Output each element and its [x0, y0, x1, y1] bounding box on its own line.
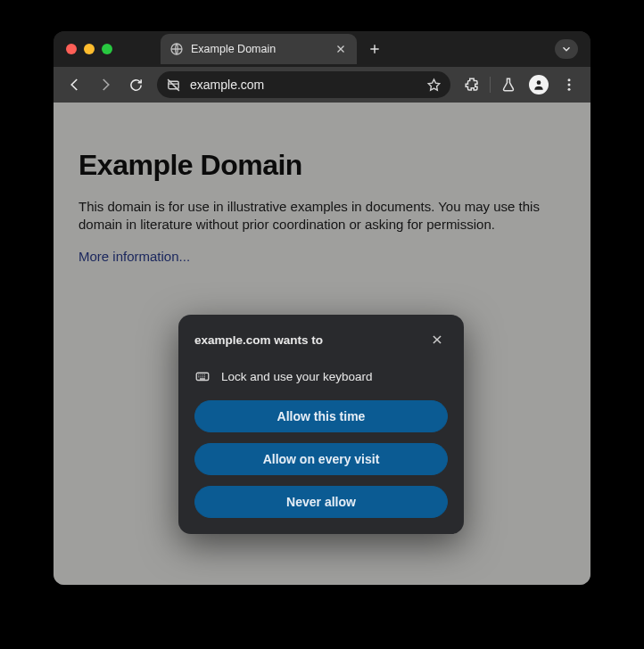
tab-title: Example Domain	[191, 43, 326, 55]
tab-overflow-button[interactable]	[555, 39, 578, 59]
url-text: example.com	[190, 78, 417, 92]
new-tab-button[interactable]	[362, 37, 387, 62]
keyboard-icon	[194, 368, 211, 384]
tab-strip: Example Domain	[161, 34, 555, 64]
page-viewport: Example Domain This domain is for use in…	[54, 103, 590, 585]
permission-label: Lock and use your keyboard	[221, 370, 373, 383]
labs-button[interactable]	[494, 70, 523, 99]
permission-dialog: example.com wants to Lock and use your k…	[178, 315, 464, 534]
browser-window: Example Domain	[54, 31, 590, 585]
forward-button[interactable]	[91, 70, 120, 99]
toolbar-separator	[490, 77, 491, 93]
window-minimize-button[interactable]	[84, 44, 95, 54]
window-controls	[66, 44, 112, 54]
allow-every-visit-button[interactable]: Allow on every visit	[194, 443, 448, 475]
extensions-button[interactable]	[458, 70, 486, 99]
menu-button[interactable]	[555, 70, 583, 99]
bookmark-star-icon[interactable]	[426, 78, 442, 93]
address-bar[interactable]: example.com	[157, 71, 450, 98]
reload-button[interactable]	[121, 70, 150, 99]
svg-point-3	[568, 78, 571, 81]
dialog-close-button[interactable]	[426, 329, 448, 350]
dialog-buttons: Allow this time Allow on every visit Nev…	[194, 400, 448, 518]
window-close-button[interactable]	[66, 44, 77, 54]
browser-tab[interactable]: Example Domain	[161, 34, 357, 64]
window-zoom-button[interactable]	[102, 44, 112, 54]
titlebar: Example Domain	[54, 31, 590, 67]
back-button[interactable]	[61, 70, 89, 99]
svg-point-5	[568, 88, 571, 91]
svg-point-4	[568, 84, 571, 86]
permission-row: Lock and use your keyboard	[194, 368, 448, 384]
globe-icon	[169, 42, 184, 56]
profile-button[interactable]	[524, 70, 553, 99]
allow-this-time-button[interactable]: Allow this time	[194, 400, 448, 432]
toolbar: example.com	[54, 67, 590, 103]
never-allow-button[interactable]: Never allow	[194, 486, 448, 518]
dialog-title: example.com wants to	[194, 333, 323, 347]
svg-point-2	[537, 80, 541, 85]
avatar	[529, 75, 549, 94]
tab-close-button[interactable]	[334, 42, 348, 56]
site-info-icon[interactable]	[166, 78, 181, 93]
